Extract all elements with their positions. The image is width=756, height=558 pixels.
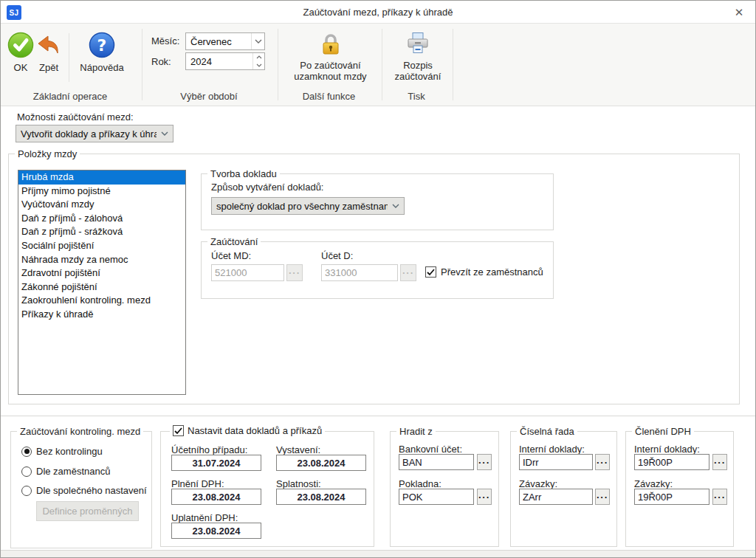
due-date-label: Splatnosti:: [276, 478, 321, 489]
radio-by-employees[interactable]: Dle zaměstnanců: [21, 466, 110, 477]
issue-date-label: Vystavení:: [276, 444, 320, 455]
series-liabilities-label: Závazky:: [519, 478, 557, 489]
checkbox-checked-icon: [425, 266, 436, 278]
spinner-down-button[interactable]: [253, 61, 264, 69]
undo-button-label: Zpět: [39, 62, 58, 73]
bank-account-browse-button[interactable]: ···: [477, 454, 492, 470]
ribbon-group-label-basic: Základní operace: [1, 91, 140, 102]
list-item[interactable]: Daň z příjmů - srážková: [18, 225, 185, 239]
vat-claim-date-input[interactable]: [171, 523, 261, 539]
series-internal-docs-label: Interní doklady:: [519, 444, 585, 455]
accounting-case-date-input[interactable]: [171, 455, 261, 471]
dialog-window: SJ Zaúčtování mezd, příkazy k úhradě ✕ O: [0, 0, 756, 558]
doc-method-label: Způsob vytváření dokladů:: [211, 182, 323, 193]
close-button[interactable]: ✕: [732, 5, 746, 20]
radio-common-settings[interactable]: Dle společného nastavení: [21, 485, 147, 496]
due-date-input[interactable]: [276, 489, 366, 505]
bank-account-label: Bankovní účet:: [399, 444, 462, 455]
vat-internal-docs-browse-button[interactable]: ···: [712, 454, 727, 470]
window-bottom-strip: [1, 550, 755, 557]
list-item[interactable]: Zaokrouhlení kontroling. mezd: [18, 294, 185, 308]
set-dates-checkbox[interactable]: Nastavit data dokladů a příkazů: [170, 425, 325, 436]
year-spinner[interactable]: 2024: [185, 52, 265, 70]
series-internal-docs-input[interactable]: [519, 454, 593, 470]
list-item[interactable]: Vyúčtování mzdy: [18, 198, 185, 212]
window-titlebar: SJ Zaúčtování mezd, příkazy k úhradě ✕: [1, 1, 755, 24]
number-series-groupbox: Číselná řada Interní doklady: ··· Závazk…: [510, 431, 617, 547]
list-item[interactable]: Zdravotní pojištění: [18, 266, 185, 280]
list-item[interactable]: Příjmy mimo pojistné: [18, 185, 185, 199]
document-dates-groupbox: Nastavit data dokladů a příkazů Účetního…: [160, 431, 374, 547]
series-liabilities-browse-button[interactable]: ···: [595, 489, 610, 505]
define-variables-button: Definice proměnných: [36, 501, 139, 521]
doc-method-combobox[interactable]: společný doklad pro všechny zaměstnance: [211, 197, 405, 215]
list-item[interactable]: Příkazy k úhradě: [18, 308, 185, 322]
radio-selected-icon: [21, 447, 32, 457]
list-item[interactable]: Zákonné pojištění: [18, 280, 185, 294]
posting-options-value: Vytvořit doklady a příkazy k úhradě: [16, 128, 157, 140]
chevron-down-icon: [388, 198, 404, 214]
section-divider: [1, 416, 755, 416]
list-item-selected[interactable]: Hrubá mzda: [18, 170, 185, 185]
radio-icon: [21, 486, 32, 496]
undo-button[interactable]: Zpět: [35, 32, 62, 73]
year-value: 2024: [186, 56, 252, 67]
lock-icon: [317, 31, 344, 56]
ribbon-group-basic-operations: OK Zpět: [1, 24, 142, 106]
month-combobox[interactable]: Červenec: [185, 32, 265, 50]
series-internal-docs-browse-button[interactable]: ···: [595, 454, 610, 470]
posting-breakdown-print-button[interactable]: Rozpis zaúčtování: [386, 31, 450, 82]
undo-arrow-icon: [35, 32, 62, 58]
vat-supply-date-input[interactable]: [171, 489, 261, 505]
vat-internal-docs-input[interactable]: [634, 454, 709, 470]
cash-register-input[interactable]: [399, 489, 474, 505]
help-button-label: Nápověda: [80, 62, 123, 73]
cash-register-label: Pokladna:: [399, 478, 441, 489]
posting-accounts-groupbox: Zaúčtování Účet MD: ··· Účet D: ··· Přev…: [201, 241, 554, 299]
help-icon: ?: [89, 32, 115, 58]
month-value: Červenec: [186, 36, 251, 47]
series-liabilities-input[interactable]: [519, 489, 593, 505]
ok-button-label: OK: [14, 62, 28, 73]
ribbon-group-print: Rozpis zaúčtování Tisk: [382, 24, 453, 106]
posting-accounts-group-label: Zaúčtování: [207, 236, 261, 247]
payroll-items-groupbox: Položky mzdy Hrubá mzda Příjmy mimo poji…: [8, 154, 740, 404]
radio-no-controlling[interactable]: Bez kontrolingu: [21, 446, 103, 457]
chevron-down-icon: [251, 33, 264, 49]
vat-liabilities-label: Závazky:: [634, 478, 673, 489]
payroll-items-group-label: Položky mzdy: [15, 148, 80, 159]
vat-classification-group-label: Členění DPH: [632, 426, 694, 437]
spinner-buttons: [252, 53, 264, 69]
lock-wages-button[interactable]: Po zaúčtování uzamknout mzdy: [284, 31, 378, 82]
help-button[interactable]: ? Nápověda: [76, 32, 128, 73]
controlling-groupbox: Zaúčtování kontroling. mezd Bez kontroli…: [10, 431, 152, 548]
account-d-label: Účet D:: [321, 250, 353, 261]
accounting-case-date-label: Účetního případu:: [171, 444, 247, 455]
ribbon-group-label-print: Tisk: [382, 91, 450, 102]
spinner-up-button[interactable]: [253, 53, 264, 61]
vat-supply-date-label: Plnění DPH:: [171, 478, 224, 489]
account-md-label: Účet MD:: [211, 250, 251, 261]
svg-text:?: ?: [97, 36, 107, 55]
toolbar-separator: [69, 33, 69, 82]
radio-common-settings-label: Dle společného nastavení: [36, 485, 147, 496]
chevron-down-icon: [157, 125, 173, 142]
vat-liabilities-input[interactable]: [634, 489, 709, 505]
issue-date-input[interactable]: [276, 455, 366, 471]
cash-register-browse-button[interactable]: ···: [477, 489, 492, 505]
list-item[interactable]: Sociální pojištění: [18, 239, 185, 253]
document-creation-groupbox: Tvorba dokladu Způsob vytváření dokladů:…: [201, 173, 554, 230]
checkbox-checked-icon: [173, 425, 184, 436]
pay-from-group-label: Hradit z: [396, 426, 436, 437]
pay-from-groupbox: Hradit z Bankovní účet: ··· Pokladna: ··…: [390, 431, 499, 547]
vat-liabilities-browse-button[interactable]: ···: [712, 489, 727, 505]
controlling-group-label: Zaúčtování kontroling. mezd: [17, 426, 143, 437]
bank-account-input[interactable]: [399, 454, 474, 470]
list-item[interactable]: Náhrada mzdy za nemoc: [18, 253, 185, 267]
posting-options-combobox[interactable]: Vytvořit doklady a příkazy k úhradě: [16, 125, 173, 142]
account-d-browse-button: ···: [400, 264, 416, 281]
ok-button[interactable]: OK: [7, 32, 34, 73]
list-item[interactable]: Daň z příjmů - zálohová: [18, 212, 185, 226]
payroll-items-listbox: Hrubá mzda Příjmy mimo pojistné Vyúčtová…: [18, 170, 186, 395]
take-from-employees-checkbox[interactable]: Převzít ze zaměstnanců: [425, 266, 543, 278]
